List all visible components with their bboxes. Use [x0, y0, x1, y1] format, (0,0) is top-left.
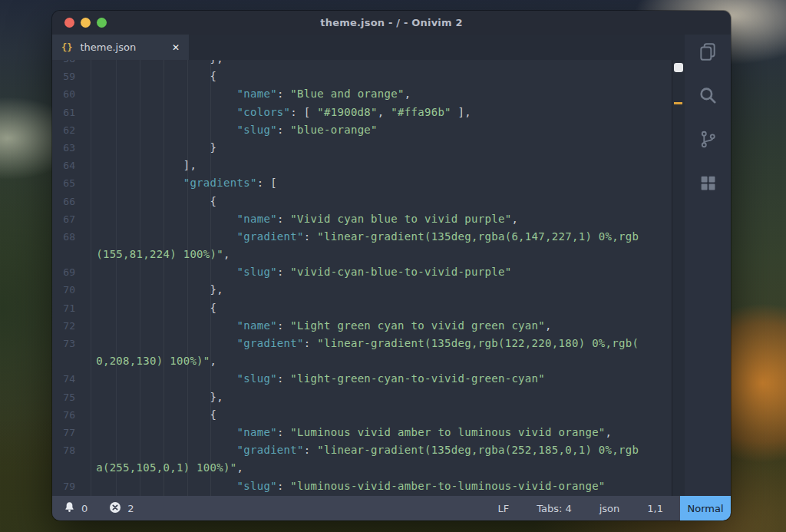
line-number: 59 [52, 68, 75, 85]
dock-button-explorer[interactable] [696, 41, 719, 64]
line-number: 67 [52, 210, 75, 228]
line-number: 79 [52, 477, 75, 495]
dock-button-source-control[interactable] [696, 129, 719, 152]
line-number [52, 246, 75, 263]
line-number: 75 [52, 388, 75, 406]
code-line[interactable]: 72 "name": "Light green cyan to vivid gr… [52, 317, 668, 335]
scrollbar-marker [674, 102, 682, 104]
activity-dock [685, 35, 731, 496]
problems-count: 2 [127, 503, 134, 514]
tab-close-icon[interactable]: ✕ [172, 42, 180, 53]
status-bar: 0 2 LF Tabs: 4 json 1,1 No [52, 496, 731, 520]
close-window-button[interactable] [64, 18, 74, 28]
filetype-indicator[interactable]: json [599, 503, 620, 514]
editor[interactable]: 58 },59 {60 "name": "Blue and orange",61… [52, 60, 685, 496]
code-line[interactable]: 64 ], [52, 157, 668, 174]
code-line[interactable]: 71 { [52, 299, 668, 317]
code-line[interactable]: 76 { [52, 406, 668, 424]
line-number [52, 352, 75, 370]
code-line[interactable]: 62 "slug": "blue-orange" [52, 121, 668, 139]
notifications-count: 0 [81, 503, 88, 514]
code-line[interactable]: 65 "gradients": [ [52, 174, 668, 192]
line-number [52, 459, 75, 477]
line-number: 73 [52, 335, 75, 352]
vim-mode-badge: Normal [680, 496, 731, 520]
code-line[interactable]: 74 "slug": "light-green-cyan-to-vivid-gr… [52, 370, 668, 388]
code-line[interactable]: 73 "gradient": "linear-gradient(135deg,r… [52, 335, 668, 352]
copy-files-icon [698, 41, 718, 64]
tab-bar: {} theme.json ✕ [52, 35, 685, 60]
indentation-indicator[interactable]: Tabs: 4 [537, 503, 572, 514]
code-line[interactable]: 77 "name": "Luminous vivid amber to lumi… [52, 424, 668, 441]
code-line[interactable]: 58 }, [52, 60, 668, 68]
bell-icon [64, 501, 75, 515]
minimize-window-button[interactable] [81, 18, 91, 28]
code-line[interactable]: 0,208,130) 100%)", [52, 352, 668, 370]
zoom-window-button[interactable] [97, 18, 107, 28]
titlebar[interactable]: theme.json - / - Onivim 2 [52, 11, 731, 35]
code-line[interactable]: 70 }, [52, 281, 668, 299]
tab-theme-json[interactable]: {} theme.json ✕ [52, 35, 189, 60]
line-number: 78 [52, 441, 75, 459]
desktop-wallpaper: theme.json - / - Onivim 2 {} theme.json … [0, 0, 786, 532]
error-circle-icon [109, 501, 121, 516]
window-title: theme.json - / - Onivim 2 [320, 17, 462, 28]
code-line[interactable]: 60 "name": "Blue and orange", [52, 85, 668, 103]
code-line[interactable]: a(255,105,0,1) 100%)", [52, 459, 668, 477]
line-number: 76 [52, 406, 75, 424]
eol-indicator[interactable]: LF [497, 503, 509, 514]
editor-scrollbar[interactable] [672, 60, 685, 496]
code-line[interactable]: 59 { [52, 68, 668, 85]
code-line[interactable]: 66 { [52, 193, 668, 210]
dock-button-extensions[interactable] [696, 173, 719, 196]
scrollbar-thumb[interactable] [674, 63, 683, 72]
traffic-lights [64, 18, 107, 28]
line-number: 69 [52, 263, 75, 281]
line-number: 72 [52, 317, 75, 335]
line-number: 70 [52, 281, 75, 299]
code-line[interactable]: 67 "name": "Vivid cyan blue to vivid pur… [52, 210, 668, 228]
code-lines: 58 },59 {60 "name": "Blue and orange",61… [52, 60, 668, 495]
code-line[interactable]: 61 "colors": [ "#1900d8", "#ffa96b" ], [52, 104, 668, 121]
search-icon [698, 85, 718, 108]
line-number: 64 [52, 157, 75, 174]
line-number: 61 [52, 104, 75, 121]
line-number: 66 [52, 193, 75, 210]
line-number: 68 [52, 228, 75, 246]
cursor-position-indicator[interactable]: 1,1 [647, 503, 663, 514]
json-file-icon: {} [61, 42, 72, 53]
code-line[interactable]: 78 "gradient": "linear-gradient(135deg,r… [52, 441, 668, 459]
line-number: 60 [52, 85, 75, 103]
line-number: 62 [52, 121, 75, 139]
extensions-icon [698, 173, 718, 196]
line-number: 58 [52, 60, 75, 68]
line-number: 71 [52, 299, 75, 317]
line-number: 77 [52, 424, 75, 441]
onivim-window: theme.json - / - Onivim 2 {} theme.json … [52, 11, 731, 520]
code-line[interactable]: (155,81,224) 100%)", [52, 246, 668, 263]
code-line[interactable]: 63 } [52, 139, 668, 157]
source-control-icon [698, 130, 718, 152]
code-line[interactable]: 75 }, [52, 388, 668, 406]
code-line[interactable]: 79 "slug": "luminous-vivid-amber-to-lumi… [52, 477, 668, 495]
problems-status[interactable]: 2 [109, 501, 134, 516]
code-line[interactable]: 68 "gradient": "linear-gradient(135deg,r… [52, 228, 668, 246]
line-number: 74 [52, 370, 75, 388]
dock-button-search[interactable] [696, 85, 719, 108]
line-number: 65 [52, 174, 75, 192]
notifications-status[interactable]: 0 [64, 501, 88, 515]
code-line[interactable]: 69 "slug": "vivid-cyan-blue-to-vivid-pur… [52, 263, 668, 281]
tab-label: theme.json [80, 41, 136, 53]
line-number: 63 [52, 139, 75, 157]
